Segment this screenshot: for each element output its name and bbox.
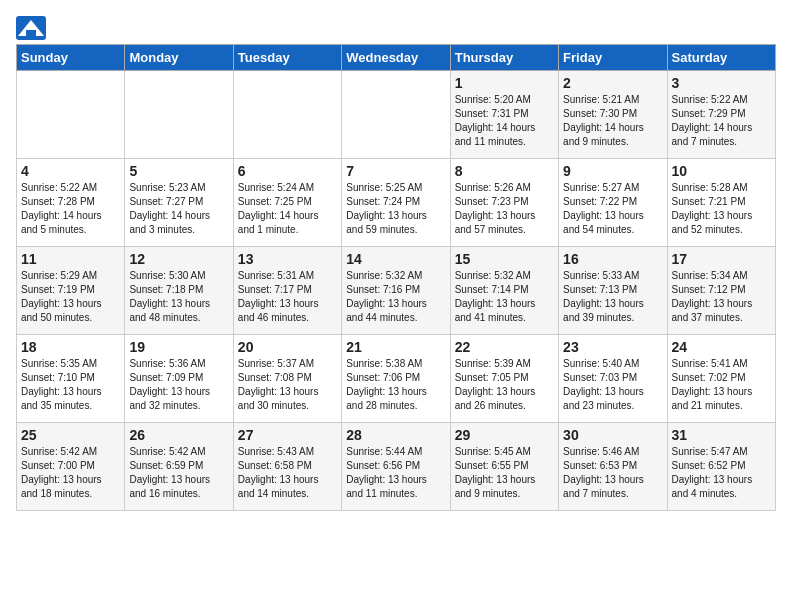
day-number: 13 bbox=[238, 251, 337, 267]
calendar-week-row: 25Sunrise: 5:42 AM Sunset: 7:00 PM Dayli… bbox=[17, 423, 776, 511]
calendar-cell: 20Sunrise: 5:37 AM Sunset: 7:08 PM Dayli… bbox=[233, 335, 341, 423]
day-number: 20 bbox=[238, 339, 337, 355]
calendar-cell: 4Sunrise: 5:22 AM Sunset: 7:28 PM Daylig… bbox=[17, 159, 125, 247]
day-number: 10 bbox=[672, 163, 771, 179]
calendar-cell: 1Sunrise: 5:20 AM Sunset: 7:31 PM Daylig… bbox=[450, 71, 558, 159]
weekday-header-monday: Monday bbox=[125, 45, 233, 71]
calendar-cell: 22Sunrise: 5:39 AM Sunset: 7:05 PM Dayli… bbox=[450, 335, 558, 423]
calendar-cell: 6Sunrise: 5:24 AM Sunset: 7:25 PM Daylig… bbox=[233, 159, 341, 247]
day-info: Sunrise: 5:44 AM Sunset: 6:56 PM Dayligh… bbox=[346, 445, 445, 501]
calendar-cell: 31Sunrise: 5:47 AM Sunset: 6:52 PM Dayli… bbox=[667, 423, 775, 511]
calendar-cell: 3Sunrise: 5:22 AM Sunset: 7:29 PM Daylig… bbox=[667, 71, 775, 159]
weekday-header-sunday: Sunday bbox=[17, 45, 125, 71]
day-info: Sunrise: 5:27 AM Sunset: 7:22 PM Dayligh… bbox=[563, 181, 662, 237]
calendar-cell: 23Sunrise: 5:40 AM Sunset: 7:03 PM Dayli… bbox=[559, 335, 667, 423]
calendar-cell: 13Sunrise: 5:31 AM Sunset: 7:17 PM Dayli… bbox=[233, 247, 341, 335]
day-info: Sunrise: 5:34 AM Sunset: 7:12 PM Dayligh… bbox=[672, 269, 771, 325]
day-info: Sunrise: 5:43 AM Sunset: 6:58 PM Dayligh… bbox=[238, 445, 337, 501]
day-info: Sunrise: 5:31 AM Sunset: 7:17 PM Dayligh… bbox=[238, 269, 337, 325]
calendar-cell: 2Sunrise: 5:21 AM Sunset: 7:30 PM Daylig… bbox=[559, 71, 667, 159]
day-number: 18 bbox=[21, 339, 120, 355]
day-number: 9 bbox=[563, 163, 662, 179]
calendar-cell: 5Sunrise: 5:23 AM Sunset: 7:27 PM Daylig… bbox=[125, 159, 233, 247]
calendar-cell: 15Sunrise: 5:32 AM Sunset: 7:14 PM Dayli… bbox=[450, 247, 558, 335]
day-number: 8 bbox=[455, 163, 554, 179]
day-number: 30 bbox=[563, 427, 662, 443]
weekday-header-row: SundayMondayTuesdayWednesdayThursdayFrid… bbox=[17, 45, 776, 71]
day-number: 23 bbox=[563, 339, 662, 355]
calendar-table: SundayMondayTuesdayWednesdayThursdayFrid… bbox=[16, 44, 776, 511]
day-info: Sunrise: 5:37 AM Sunset: 7:08 PM Dayligh… bbox=[238, 357, 337, 413]
day-number: 15 bbox=[455, 251, 554, 267]
day-number: 6 bbox=[238, 163, 337, 179]
day-info: Sunrise: 5:21 AM Sunset: 7:30 PM Dayligh… bbox=[563, 93, 662, 149]
day-info: Sunrise: 5:22 AM Sunset: 7:29 PM Dayligh… bbox=[672, 93, 771, 149]
day-info: Sunrise: 5:35 AM Sunset: 7:10 PM Dayligh… bbox=[21, 357, 120, 413]
day-info: Sunrise: 5:38 AM Sunset: 7:06 PM Dayligh… bbox=[346, 357, 445, 413]
calendar-cell: 30Sunrise: 5:46 AM Sunset: 6:53 PM Dayli… bbox=[559, 423, 667, 511]
day-info: Sunrise: 5:32 AM Sunset: 7:14 PM Dayligh… bbox=[455, 269, 554, 325]
svg-rect-2 bbox=[26, 30, 36, 36]
day-info: Sunrise: 5:45 AM Sunset: 6:55 PM Dayligh… bbox=[455, 445, 554, 501]
day-info: Sunrise: 5:41 AM Sunset: 7:02 PM Dayligh… bbox=[672, 357, 771, 413]
calendar-cell: 16Sunrise: 5:33 AM Sunset: 7:13 PM Dayli… bbox=[559, 247, 667, 335]
day-number: 2 bbox=[563, 75, 662, 91]
calendar-cell bbox=[125, 71, 233, 159]
page-header bbox=[16, 16, 776, 40]
calendar-cell: 19Sunrise: 5:36 AM Sunset: 7:09 PM Dayli… bbox=[125, 335, 233, 423]
calendar-week-row: 4Sunrise: 5:22 AM Sunset: 7:28 PM Daylig… bbox=[17, 159, 776, 247]
calendar-cell: 17Sunrise: 5:34 AM Sunset: 7:12 PM Dayli… bbox=[667, 247, 775, 335]
day-info: Sunrise: 5:22 AM Sunset: 7:28 PM Dayligh… bbox=[21, 181, 120, 237]
day-info: Sunrise: 5:20 AM Sunset: 7:31 PM Dayligh… bbox=[455, 93, 554, 149]
day-number: 1 bbox=[455, 75, 554, 91]
calendar-cell bbox=[233, 71, 341, 159]
weekday-header-thursday: Thursday bbox=[450, 45, 558, 71]
day-info: Sunrise: 5:39 AM Sunset: 7:05 PM Dayligh… bbox=[455, 357, 554, 413]
calendar-cell bbox=[342, 71, 450, 159]
calendar-cell: 28Sunrise: 5:44 AM Sunset: 6:56 PM Dayli… bbox=[342, 423, 450, 511]
day-info: Sunrise: 5:25 AM Sunset: 7:24 PM Dayligh… bbox=[346, 181, 445, 237]
calendar-cell bbox=[17, 71, 125, 159]
calendar-body: 1Sunrise: 5:20 AM Sunset: 7:31 PM Daylig… bbox=[17, 71, 776, 511]
day-number: 29 bbox=[455, 427, 554, 443]
calendar-cell: 29Sunrise: 5:45 AM Sunset: 6:55 PM Dayli… bbox=[450, 423, 558, 511]
day-number: 21 bbox=[346, 339, 445, 355]
day-number: 22 bbox=[455, 339, 554, 355]
calendar-cell: 25Sunrise: 5:42 AM Sunset: 7:00 PM Dayli… bbox=[17, 423, 125, 511]
day-info: Sunrise: 5:36 AM Sunset: 7:09 PM Dayligh… bbox=[129, 357, 228, 413]
day-info: Sunrise: 5:46 AM Sunset: 6:53 PM Dayligh… bbox=[563, 445, 662, 501]
weekday-header-tuesday: Tuesday bbox=[233, 45, 341, 71]
day-number: 19 bbox=[129, 339, 228, 355]
calendar-cell: 21Sunrise: 5:38 AM Sunset: 7:06 PM Dayli… bbox=[342, 335, 450, 423]
day-info: Sunrise: 5:32 AM Sunset: 7:16 PM Dayligh… bbox=[346, 269, 445, 325]
day-info: Sunrise: 5:42 AM Sunset: 6:59 PM Dayligh… bbox=[129, 445, 228, 501]
weekday-header-friday: Friday bbox=[559, 45, 667, 71]
calendar-cell: 11Sunrise: 5:29 AM Sunset: 7:19 PM Dayli… bbox=[17, 247, 125, 335]
day-number: 31 bbox=[672, 427, 771, 443]
day-info: Sunrise: 5:42 AM Sunset: 7:00 PM Dayligh… bbox=[21, 445, 120, 501]
day-number: 26 bbox=[129, 427, 228, 443]
day-number: 7 bbox=[346, 163, 445, 179]
day-info: Sunrise: 5:30 AM Sunset: 7:18 PM Dayligh… bbox=[129, 269, 228, 325]
day-info: Sunrise: 5:47 AM Sunset: 6:52 PM Dayligh… bbox=[672, 445, 771, 501]
logo-icon bbox=[16, 16, 46, 40]
calendar-cell: 18Sunrise: 5:35 AM Sunset: 7:10 PM Dayli… bbox=[17, 335, 125, 423]
calendar-cell: 8Sunrise: 5:26 AM Sunset: 7:23 PM Daylig… bbox=[450, 159, 558, 247]
calendar-cell: 26Sunrise: 5:42 AM Sunset: 6:59 PM Dayli… bbox=[125, 423, 233, 511]
calendar-week-row: 11Sunrise: 5:29 AM Sunset: 7:19 PM Dayli… bbox=[17, 247, 776, 335]
day-number: 5 bbox=[129, 163, 228, 179]
weekday-header-saturday: Saturday bbox=[667, 45, 775, 71]
day-info: Sunrise: 5:28 AM Sunset: 7:21 PM Dayligh… bbox=[672, 181, 771, 237]
calendar-cell: 7Sunrise: 5:25 AM Sunset: 7:24 PM Daylig… bbox=[342, 159, 450, 247]
day-number: 17 bbox=[672, 251, 771, 267]
calendar-cell: 10Sunrise: 5:28 AM Sunset: 7:21 PM Dayli… bbox=[667, 159, 775, 247]
weekday-header-wednesday: Wednesday bbox=[342, 45, 450, 71]
calendar-header: SundayMondayTuesdayWednesdayThursdayFrid… bbox=[17, 45, 776, 71]
day-info: Sunrise: 5:24 AM Sunset: 7:25 PM Dayligh… bbox=[238, 181, 337, 237]
day-number: 28 bbox=[346, 427, 445, 443]
calendar-cell: 24Sunrise: 5:41 AM Sunset: 7:02 PM Dayli… bbox=[667, 335, 775, 423]
day-info: Sunrise: 5:26 AM Sunset: 7:23 PM Dayligh… bbox=[455, 181, 554, 237]
day-number: 27 bbox=[238, 427, 337, 443]
calendar-week-row: 18Sunrise: 5:35 AM Sunset: 7:10 PM Dayli… bbox=[17, 335, 776, 423]
day-number: 25 bbox=[21, 427, 120, 443]
